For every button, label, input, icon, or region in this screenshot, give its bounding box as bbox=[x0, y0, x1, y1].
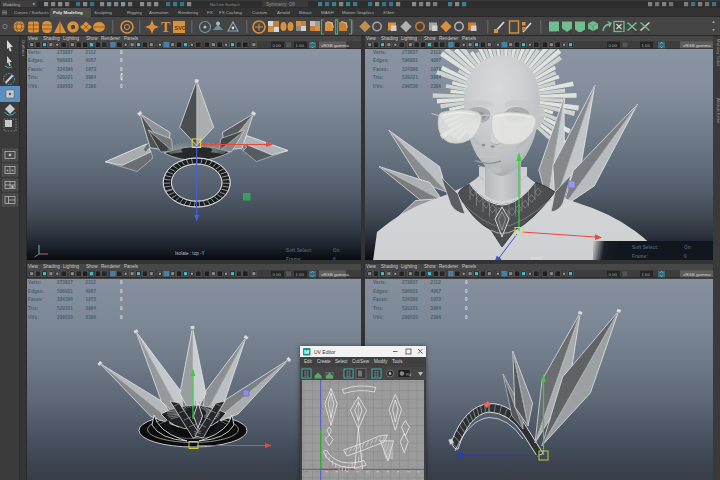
svg-text:x: x bbox=[648, 29, 650, 34]
svg-text:x: x bbox=[570, 29, 572, 34]
svg-text:x: x bbox=[583, 29, 585, 34]
svg-text:Modeling: Modeling bbox=[3, 2, 21, 7]
svg-text:SVG: SVG bbox=[175, 25, 187, 31]
svg-text:No Live Surface: No Live Surface bbox=[210, 2, 240, 7]
svg-text:x: x bbox=[622, 29, 624, 34]
svg-text:1.00: 1.00 bbox=[296, 43, 305, 48]
svg-text:x: x bbox=[635, 29, 637, 34]
svg-text:+: + bbox=[6, 167, 9, 173]
svg-text:Rd: Rd bbox=[406, 372, 411, 377]
svg-text:1.00: 1.00 bbox=[642, 272, 651, 277]
svg-text:0.00: 0.00 bbox=[273, 272, 282, 277]
svg-text:sRGB gamma: sRGB gamma bbox=[683, 43, 711, 48]
svg-text:1.00: 1.00 bbox=[296, 272, 305, 277]
svg-text:M: M bbox=[304, 349, 309, 355]
svg-text:1.00: 1.00 bbox=[642, 43, 651, 48]
svg-text:x: x bbox=[609, 29, 611, 34]
svg-text:sRGB gamma: sRGB gamma bbox=[321, 272, 349, 277]
svg-text:T: T bbox=[161, 20, 171, 35]
svg-text:0.00: 0.00 bbox=[609, 43, 618, 48]
svg-text:sRGB gamma: sRGB gamma bbox=[683, 272, 711, 277]
svg-text:+: + bbox=[11, 167, 14, 173]
svg-text:x: x bbox=[596, 29, 598, 34]
svg-text:sRGB gamma: sRGB gamma bbox=[321, 43, 349, 48]
svg-text:Symmetry: Off: Symmetry: Off bbox=[266, 2, 295, 7]
svg-text:0.00: 0.00 bbox=[273, 43, 282, 48]
svg-text:x: x bbox=[557, 29, 559, 34]
svg-text:0.00: 0.00 bbox=[609, 272, 618, 277]
